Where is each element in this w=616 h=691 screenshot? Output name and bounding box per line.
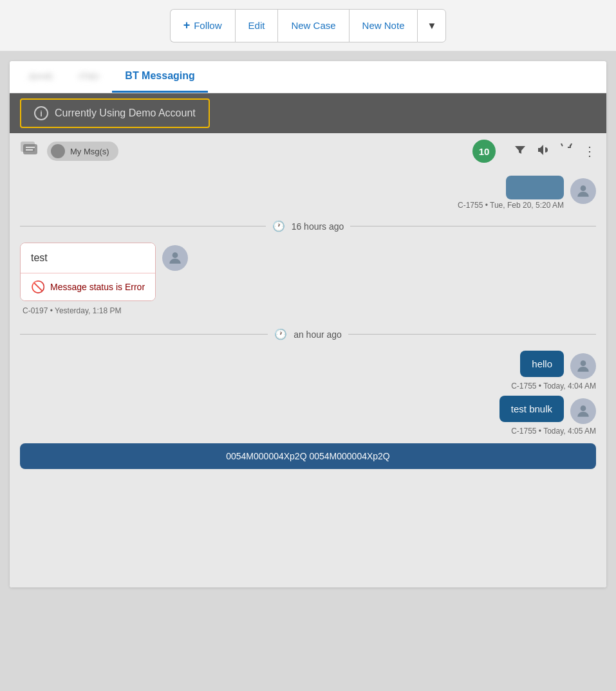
- bubble-long: 0054M000004Xp2Q 0054M000004Xp2Q: [20, 443, 596, 469]
- svg-rect-1: [23, 144, 37, 154]
- more-options-button[interactable]: ⋮: [583, 143, 596, 159]
- message-meta-bnulk: C-1755 • Today, 4:05 AM: [20, 427, 596, 436]
- clock-icon-2: 🕐: [274, 328, 287, 340]
- toggle-knob: [51, 144, 65, 158]
- message-meta-top: C-1755 • Tue, Feb 20, 5:20 AM: [458, 201, 564, 210]
- bubble-hello: hello: [520, 351, 564, 377]
- message-meta-error: C-0197 • Yesterday, 1:18 PM: [20, 306, 596, 315]
- chevron-down-icon: ▼: [427, 20, 436, 31]
- message-row-top: C-1755 • Tue, Feb 20, 5:20 AM: [20, 176, 596, 210]
- toggle-label: My Msg(s): [70, 147, 109, 156]
- message-row-hello: hello: [20, 351, 596, 379]
- error-status-row: 🚫 Message status is Error: [21, 273, 155, 300]
- main-content: A••••h •T•K• BT Messaging i Currently Us…: [0, 51, 616, 691]
- message-meta-hello: C-1755 • Today, 4:04 AM: [20, 382, 596, 391]
- time-divider-1: 🕐 16 hours ago: [20, 220, 596, 232]
- message-row-error: test 🚫 Message status is Error: [20, 243, 596, 301]
- demo-banner: i Currently Using Demo Account: [20, 98, 210, 128]
- dropdown-button[interactable]: ▼: [417, 9, 446, 42]
- svg-point-4: [581, 185, 586, 191]
- sound-button[interactable]: [537, 143, 550, 160]
- svg-point-5: [173, 252, 178, 258]
- message-row-long: 0054M000004Xp2Q 0054M000004Xp2Q: [20, 443, 596, 469]
- edit-button[interactable]: Edit: [235, 9, 278, 42]
- demo-text: Currently Using Demo Account: [55, 107, 196, 119]
- time-label-2: an hour ago: [294, 329, 342, 340]
- toolbar-icons: ⋮: [514, 143, 596, 160]
- new-note-button[interactable]: New Note: [349, 9, 418, 42]
- tab-2[interactable]: •T•K•: [66, 62, 113, 93]
- avatar-error: [162, 245, 188, 271]
- svg-point-6: [581, 360, 586, 366]
- time-label-1: 16 hours ago: [292, 221, 344, 232]
- tab-1[interactable]: A••••h: [16, 62, 66, 93]
- messaging-toolbar: My Msg(s) 10 ⋮: [10, 133, 606, 169]
- messages-icon: [20, 141, 39, 161]
- demo-banner-wrapper: i Currently Using Demo Account: [10, 93, 606, 133]
- tabs-bar: A••••h •T•K• BT Messaging: [10, 61, 606, 93]
- messages-area: C-1755 • Tue, Feb 20, 5:20 AM 🕐 16 hours…: [10, 169, 606, 587]
- avatar-bnulk: [570, 398, 596, 424]
- avatar-hello: [570, 353, 596, 379]
- my-messages-toggle[interactable]: My Msg(s): [47, 142, 118, 161]
- message-bubble-top: [506, 176, 564, 199]
- bubble-bnulk: test bnulk: [499, 396, 564, 422]
- error-bubble-text: test: [21, 243, 155, 273]
- time-divider-2: 🕐 an hour ago: [20, 328, 596, 340]
- clock-icon-1: 🕐: [272, 220, 285, 232]
- message-row-bnulk: test bnulk: [20, 396, 596, 424]
- refresh-button[interactable]: [560, 143, 573, 160]
- error-bubble-container: test 🚫 Message status is Error: [20, 243, 156, 301]
- messaging-card: A••••h •T•K• BT Messaging i Currently Us…: [10, 61, 606, 587]
- info-icon: i: [34, 106, 48, 120]
- error-status-text: Message status is Error: [50, 282, 145, 292]
- plus-icon: +: [183, 19, 191, 32]
- message-count-badge: 10: [472, 140, 496, 163]
- tab-bt-messaging[interactable]: BT Messaging: [112, 61, 207, 93]
- toolbar: + Follow Edit New Case New Note ▼: [0, 0, 616, 51]
- svg-point-7: [581, 405, 586, 411]
- new-case-button[interactable]: New Case: [277, 9, 348, 42]
- filter-button[interactable]: [514, 143, 527, 160]
- avatar-top: [570, 178, 596, 204]
- error-icon: 🚫: [31, 280, 45, 294]
- follow-button[interactable]: + Follow: [170, 9, 235, 42]
